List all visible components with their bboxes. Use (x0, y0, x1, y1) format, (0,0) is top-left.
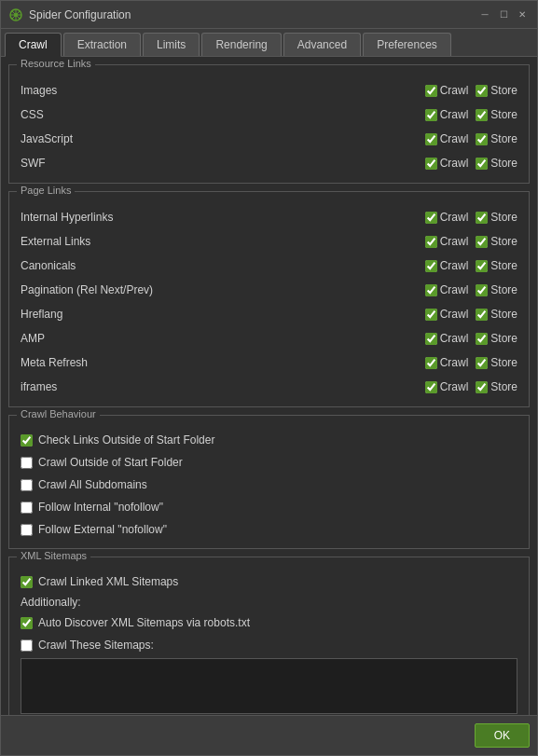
images-controls: Crawl Store (425, 84, 517, 97)
images-store-checkbox[interactable] (476, 85, 488, 97)
check-links-outside-label[interactable]: Check Links Outside of Start Folder (38, 433, 214, 447)
table-row: Meta Refresh Crawl Store (17, 351, 521, 375)
canonicals-store-checkbox[interactable] (476, 260, 488, 272)
hreflang-crawl-checkbox[interactable] (425, 309, 437, 321)
window-controls: ─ ☐ ✕ (477, 7, 530, 22)
table-row: JavaScript Crawl Store (17, 127, 521, 151)
auto-discover-xml-label[interactable]: Auto Discover XML Sitemaps via robots.tx… (38, 616, 250, 629)
javascript-crawl-checkbox[interactable] (425, 133, 437, 145)
iframes-store-check[interactable]: Store (476, 380, 517, 393)
crawl-all-subdomains-label[interactable]: Crawl All Subdomains (38, 478, 147, 491)
meta-refresh-crawl-check[interactable]: Crawl (425, 356, 469, 369)
internal-hyperlinks-crawl-checkbox[interactable] (425, 212, 437, 224)
meta-refresh-store-check[interactable]: Store (476, 356, 517, 369)
css-crawl-check[interactable]: Crawl (425, 108, 469, 121)
window-title: Spider Configuration (29, 8, 477, 21)
swf-label: SWF (21, 157, 425, 170)
pagination-store-check[interactable]: Store (476, 283, 517, 296)
meta-refresh-label: Meta Refresh (21, 356, 425, 369)
tab-advanced[interactable]: Advanced (283, 33, 361, 56)
javascript-crawl-label: Crawl (440, 132, 469, 145)
crawl-these-sitemaps-label[interactable]: Crawl These Sitemaps: (38, 639, 154, 652)
crawl-linked-xml-label[interactable]: Crawl Linked XML Sitemaps (38, 575, 178, 588)
crawl-outside-checkbox[interactable] (21, 457, 33, 469)
javascript-store-check[interactable]: Store (476, 132, 517, 145)
crawl-linked-xml-checkbox[interactable] (21, 576, 33, 588)
iframes-store-checkbox[interactable] (476, 381, 488, 393)
images-crawl-check[interactable]: Crawl (425, 84, 469, 97)
css-store-label: Store (490, 108, 517, 121)
iframes-crawl-check[interactable]: Crawl (425, 380, 469, 393)
hreflang-crawl-check[interactable]: Crawl (425, 308, 469, 321)
canonicals-crawl-checkbox[interactable] (425, 260, 437, 272)
images-crawl-label: Crawl (440, 84, 469, 97)
crawl-outside-label[interactable]: Crawl Outside of Start Folder (38, 456, 183, 469)
internal-hyperlinks-crawl-check[interactable]: Crawl (425, 211, 469, 224)
table-row: Pagination (Rel Next/Prev) Crawl Store (17, 278, 521, 302)
list-item: Crawl All Subdomains (17, 474, 521, 496)
xml-sitemaps-group: XML Sitemaps Crawl Linked XML Sitemaps A… (8, 557, 530, 715)
crawl-all-subdomains-checkbox[interactable] (21, 479, 33, 491)
internal-hyperlinks-store-checkbox[interactable] (476, 212, 488, 224)
tab-extraction[interactable]: Extraction (63, 33, 141, 56)
tab-preferences[interactable]: Preferences (363, 33, 451, 56)
amp-store-checkbox[interactable] (476, 333, 488, 345)
table-row: Hreflang Crawl Store (17, 302, 521, 326)
follow-internal-nofollow-checkbox[interactable] (21, 502, 33, 514)
iframes-crawl-checkbox[interactable] (425, 381, 437, 393)
external-links-crawl-check[interactable]: Crawl (425, 235, 469, 248)
external-links-crawl-checkbox[interactable] (425, 236, 437, 248)
amp-crawl-check[interactable]: Crawl (425, 332, 469, 345)
images-label: Images (21, 84, 425, 97)
close-button[interactable]: ✕ (515, 7, 530, 22)
follow-external-nofollow-label[interactable]: Follow External "nofollow" (38, 523, 167, 536)
javascript-store-checkbox[interactable] (476, 133, 488, 145)
auto-discover-xml-checkbox[interactable] (21, 617, 33, 629)
table-row: Canonicals Crawl Store (17, 254, 521, 278)
iframes-controls: Crawl Store (425, 380, 517, 393)
ok-button[interactable]: OK (475, 723, 530, 748)
hreflang-store-checkbox[interactable] (476, 309, 488, 321)
external-links-store-checkbox[interactable] (476, 236, 488, 248)
hreflang-store-check[interactable]: Store (476, 308, 517, 321)
css-store-checkbox[interactable] (476, 109, 488, 121)
main-content: Resource Links Images Crawl Store CSS (1, 57, 537, 715)
javascript-crawl-check[interactable]: Crawl (425, 132, 469, 145)
images-crawl-checkbox[interactable] (425, 85, 437, 97)
tab-rendering[interactable]: Rendering (201, 33, 281, 56)
sitemaps-textarea[interactable] (21, 658, 517, 714)
css-label: CSS (21, 108, 425, 121)
external-links-store-check[interactable]: Store (476, 235, 517, 248)
table-row: CSS Crawl Store (17, 103, 521, 127)
canonicals-crawl-check[interactable]: Crawl (425, 259, 469, 272)
xml-sitemaps-label: XML Sitemaps (17, 550, 90, 561)
swf-store-check[interactable]: Store (476, 157, 517, 170)
crawl-these-sitemaps-checkbox[interactable] (21, 639, 33, 652)
pagination-crawl-checkbox[interactable] (425, 284, 437, 296)
swf-crawl-check[interactable]: Crawl (425, 157, 469, 170)
app-icon (8, 7, 23, 22)
meta-refresh-store-checkbox[interactable] (476, 357, 488, 369)
css-crawl-checkbox[interactable] (425, 109, 437, 121)
css-store-check[interactable]: Store (476, 108, 517, 121)
internal-hyperlinks-store-check[interactable]: Store (476, 211, 517, 224)
maximize-button[interactable]: ☐ (496, 7, 511, 22)
follow-internal-nofollow-label[interactable]: Follow Internal "nofollow" (38, 501, 163, 514)
pagination-crawl-check[interactable]: Crawl (425, 283, 469, 296)
check-links-outside-checkbox[interactable] (21, 434, 33, 447)
canonicals-store-check[interactable]: Store (476, 259, 517, 272)
swf-store-checkbox[interactable] (476, 158, 488, 170)
pagination-store-checkbox[interactable] (476, 284, 488, 296)
amp-store-check[interactable]: Store (476, 332, 517, 345)
swf-crawl-checkbox[interactable] (425, 158, 437, 170)
tab-crawl[interactable]: Crawl (5, 33, 62, 57)
amp-crawl-checkbox[interactable] (425, 333, 437, 345)
follow-external-nofollow-checkbox[interactable] (21, 524, 33, 536)
minimize-button[interactable]: ─ (477, 7, 492, 22)
javascript-store-label: Store (490, 132, 517, 145)
list-item: Follow Internal "nofollow" (17, 496, 521, 518)
tab-limits[interactable]: Limits (143, 33, 200, 56)
meta-refresh-crawl-checkbox[interactable] (425, 357, 437, 369)
javascript-label: JavaScript (21, 132, 425, 145)
images-store-check[interactable]: Store (476, 84, 517, 97)
